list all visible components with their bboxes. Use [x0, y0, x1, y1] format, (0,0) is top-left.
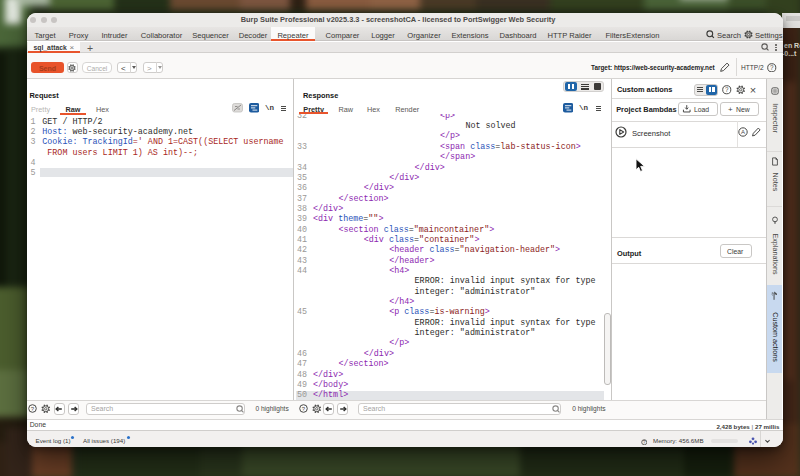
svg-text:?: ? [31, 406, 35, 412]
svg-text:?: ? [302, 406, 306, 412]
svg-text:A: A [741, 129, 745, 135]
svg-text:?: ? [725, 86, 729, 93]
svg-text:?: ? [770, 63, 774, 70]
svg-text:?: ? [642, 439, 645, 445]
